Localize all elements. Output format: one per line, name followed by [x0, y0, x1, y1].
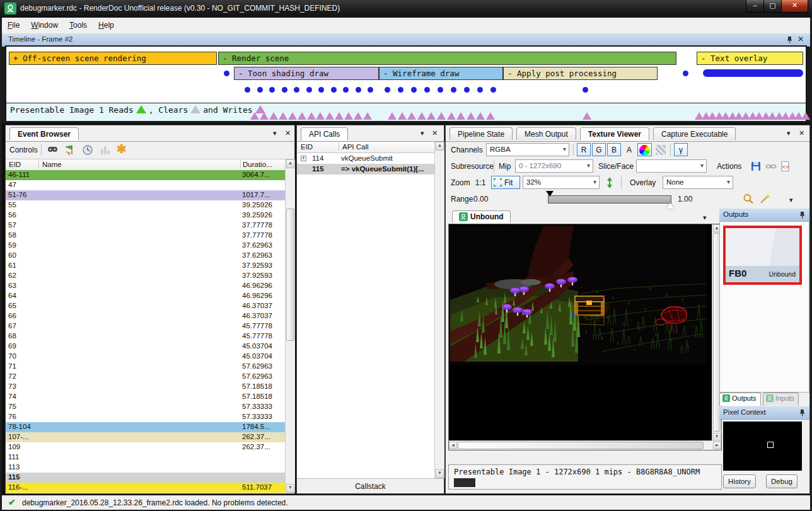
viewport-hscrollbar[interactable]: ◄ ►	[449, 440, 721, 450]
gamma-button[interactable]: γ	[674, 143, 688, 156]
tab-pipeline-state[interactable]: Pipeline State	[450, 127, 513, 140]
range-black-handle[interactable]	[546, 191, 554, 197]
callstack-section[interactable]: Callstack	[297, 478, 444, 493]
save-icon[interactable]	[750, 160, 762, 173]
zoom-1to1-button[interactable]: 1:1	[472, 176, 489, 189]
event-row[interactable]: 64vkCmdDrawIndexed(1062, 1)46.96296	[6, 291, 285, 301]
tab-mesh-output[interactable]: Mesh Output	[516, 127, 576, 140]
event-row[interactable]: 66vkCmdDrawIndexed(2193, 1)46.37037	[6, 311, 285, 321]
panel-close-icon[interactable]: ✕	[285, 129, 291, 137]
event-row[interactable]: 115=> vkQueueSubmit(1)[0]: vkBeginComman…	[6, 473, 285, 483]
timing-clock-icon[interactable]	[81, 144, 94, 156]
range-min-value[interactable]: 0.00	[473, 195, 488, 204]
preview-list-icon[interactable]: ▾	[703, 214, 707, 222]
event-row[interactable]: 67Draw "red mushroom caps"45.77778	[6, 321, 285, 331]
pixel-context-view[interactable]	[723, 422, 802, 471]
event-row[interactable]: 65Draw "blue mushroom caps"46.37037	[6, 301, 285, 311]
close-button[interactable]: ✕	[781, 0, 808, 13]
timeline-panel[interactable]: + Off-screen scene rendering- Render sce…	[5, 45, 807, 122]
event-row[interactable]: 75Draw ""57.33333	[6, 402, 285, 412]
api-calls-scrollbar[interactable]: ▲ ▼	[434, 142, 444, 478]
event-row[interactable]: 55Draw "hill"39.25926	[6, 200, 285, 210]
range-options-icon[interactable]: ▾	[789, 196, 793, 204]
api-call-row[interactable]: 115=> vkQueueSubmit(1)[...	[297, 164, 434, 175]
menu-file[interactable]: File	[2, 18, 25, 33]
event-row[interactable]: 113=> vkQueueSubmit(2)[1]: vkEndCommandB…	[6, 462, 285, 473]
menu-help[interactable]: Help	[93, 18, 120, 33]
event-row[interactable]: 116-...+Text overlay511.7037	[6, 483, 285, 493]
channel-a-button[interactable]: A	[622, 143, 636, 156]
menu-window[interactable]: Window	[25, 18, 64, 33]
range-slider[interactable]	[548, 195, 671, 204]
debug-button[interactable]: Debug	[766, 474, 798, 488]
event-row[interactable]: 47vkCmdBeginRenderPass(C=Clear, D=Clear,…	[6, 180, 285, 190]
expand-plus-icon[interactable]: +	[301, 156, 306, 161]
channel-g-button[interactable]: G	[592, 143, 606, 156]
event-row[interactable]: 72vkCmdDrawIndexed(12144, 1)57.62963	[6, 372, 285, 382]
panel-menu-icon[interactable]: ▾	[273, 129, 277, 137]
range-white-handle[interactable]	[666, 203, 674, 209]
tab-capture-executable[interactable]: Capture Executable	[653, 127, 736, 140]
mip-combo[interactable]: 0 - 1272x690	[515, 159, 593, 173]
event-row[interactable]: 46-111−Render scene3064.7...	[6, 170, 285, 180]
timeline-subsection-1[interactable]: - Toon shading draw	[234, 67, 379, 80]
timeline-subsection-3[interactable]: - Apply post processing	[503, 67, 658, 80]
bookmark-flag-icon[interactable]	[64, 144, 76, 156]
panel-menu-icon[interactable]: ▾	[420, 129, 424, 137]
event-row[interactable]: 71Draw "chest box"57.62963	[6, 362, 285, 372]
event-row[interactable]: 60vkCmdDrawIndexed(60, 1)37.62963	[6, 251, 285, 261]
find-icon[interactable]	[46, 144, 59, 156]
tab-inputs[interactable]: Inputs	[763, 393, 799, 406]
event-row[interactable]: 61Draw "tree"37.92593	[6, 261, 285, 271]
event-row[interactable]: 109vkCmdDraw(4, 1)262.37...	[6, 442, 285, 452]
event-row[interactable]: 70vkCmdDrawIndexed(516, 1)45.03704	[6, 352, 285, 362]
stats-chart-icon[interactable]	[99, 144, 112, 156]
api-call-row[interactable]: +114vkQueueSubmit	[297, 153, 434, 164]
timeline-subsection-2[interactable]: - Wireframe draw	[379, 67, 503, 80]
pin-icon[interactable]	[786, 36, 793, 43]
pin-icon[interactable]	[799, 409, 806, 416]
timeline-close-icon[interactable]: ✕	[798, 35, 804, 43]
event-row[interactable]: 51-76−Toon shading draw1017.7...	[6, 190, 285, 200]
event-row[interactable]: 69Draw "grass blades"45.03704	[6, 342, 285, 352]
event-row[interactable]: 56vkCmdDrawIndexed(1554, 1)39.25926	[6, 210, 285, 221]
flip-y-icon[interactable]	[603, 176, 616, 189]
tab-texture-viewer[interactable]: Texture Viewer	[580, 127, 649, 141]
open-resource-icon[interactable]: <>	[780, 160, 792, 173]
channels-combo[interactable]: RGBA	[486, 143, 569, 156]
panel-menu-icon[interactable]: ▾	[787, 129, 791, 137]
history-button[interactable]: History	[723, 474, 756, 488]
tab-api-calls[interactable]: API Calls	[301, 127, 348, 141]
minimize-button[interactable]: –	[746, 0, 764, 13]
overlay-combo[interactable]: None	[663, 176, 733, 189]
colorwheel-button[interactable]	[637, 143, 652, 156]
event-row[interactable]: 63Draw "mushroom stems"46.96296	[6, 281, 285, 291]
slice-face-combo[interactable]	[636, 159, 707, 173]
event-row[interactable]: 107-...−Apply post processing262.37...	[6, 432, 285, 442]
menu-tools[interactable]: Tools	[64, 18, 93, 33]
channel-r-button[interactable]: R	[577, 143, 591, 156]
options-asterisk-icon[interactable]: ✱	[117, 144, 129, 156]
event-row[interactable]: 73Draw "chest fittings"57.18518	[6, 382, 285, 392]
link-icon[interactable]	[765, 160, 777, 173]
panel-close-icon[interactable]: ✕	[799, 129, 804, 137]
tab-event-browser[interactable]: Event Browser	[9, 127, 79, 141]
checker-background-button[interactable]	[654, 143, 668, 156]
channel-b-button[interactable]: B	[607, 143, 621, 156]
tab-unbound-texture[interactable]: Unbound	[452, 210, 511, 223]
panel-close-icon[interactable]: ✕	[432, 129, 438, 137]
zoom-level-combo[interactable]: 32%	[523, 176, 600, 189]
event-row[interactable]: 74vkCmdDrawIndexed(138, 1)57.18518	[6, 392, 285, 402]
event-row[interactable]: 62vkCmdDrawIndexed(342, 1)37.92593	[6, 271, 285, 281]
event-browser-scrollbar[interactable]: ▲ ▼	[285, 159, 295, 493]
maximize-button[interactable]: ▢	[763, 0, 782, 13]
event-row[interactable]: 57Draw "rocks"37.77778	[6, 221, 285, 231]
autofit-range-icon[interactable]	[742, 193, 755, 205]
event-row[interactable]: 111vkCmdEndRenderPass(C=Store, D=Store, …	[6, 452, 285, 462]
event-row[interactable]: 59Draw "cave"37.62963	[6, 241, 285, 251]
tab-outputs[interactable]: Outputs	[719, 393, 761, 406]
event-row[interactable]: 78-104+Wireframe draw1784.5...	[6, 422, 285, 432]
range-max-value[interactable]: 1.00	[678, 195, 692, 204]
event-row[interactable]: 58vkCmdDrawIndexed(120, 1)37.77778	[6, 231, 285, 241]
timeline-section-1[interactable]: + Off-screen scene rendering	[9, 52, 217, 65]
